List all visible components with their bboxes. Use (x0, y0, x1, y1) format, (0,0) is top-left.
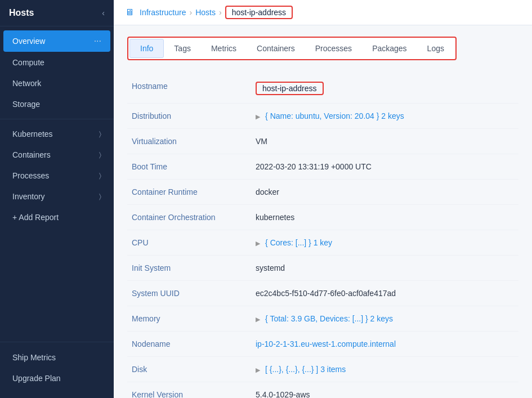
sidebar-item-label: Overview (12, 37, 45, 46)
add-report-button[interactable]: + Add Report (3, 207, 110, 227)
sidebar-nav: Overview ··· Compute Network Storage Kub… (0, 26, 114, 342)
sidebar-item-storage[interactable]: Storage (3, 94, 110, 114)
infrastructure-icon: 🖥 (125, 7, 134, 17)
table-row: Distribution▶ { Name: ubuntu, Version: 2… (127, 104, 518, 129)
expand-arrow-icon[interactable]: ▶ (256, 113, 262, 120)
breadcrumb: 🖥 Infrastructure › Hosts › host-ip-addre… (125, 6, 293, 19)
row-label: Container Runtime (127, 180, 251, 205)
tab-logs[interactable]: Logs (417, 39, 454, 57)
row-value: host-ip-address (251, 74, 518, 104)
row-label: System UUID (127, 281, 251, 306)
sidebar-header: Hosts ‹ (0, 0, 114, 26)
add-report-label: + Add Report (12, 213, 59, 222)
row-label: Disk (127, 357, 251, 382)
row-label: Hostname (127, 74, 251, 104)
chevron-right-icon: 〉 (99, 151, 101, 159)
sidebar-item-label: Storage (12, 100, 40, 109)
row-value: 2022-03-20 13:31:19 +0000 UTC (251, 154, 518, 180)
sidebar-item-label: Kubernetes (12, 129, 53, 138)
sidebar-item-dots-icon[interactable]: ··· (94, 36, 101, 46)
chevron-right-icon: 〉 (99, 130, 101, 138)
row-value: kubernetes (251, 205, 518, 230)
row-label: Memory (127, 306, 251, 332)
tab-info[interactable]: Info (129, 39, 164, 58)
sidebar-item-label: Containers (12, 150, 51, 159)
sidebar-item-label: Network (12, 79, 41, 88)
breadcrumb-separator-2: › (219, 8, 222, 17)
sidebar-item-upgrade-plan[interactable]: Upgrade Plan (3, 368, 110, 388)
row-value[interactable]: ▶ { Cores: [...] } 1 key (251, 230, 518, 256)
table-row: CPU▶ { Cores: [...] } 1 key (127, 230, 518, 256)
row-value: 5.4.0-1029-aws (251, 382, 518, 399)
row-label: Container Orchestration (127, 205, 251, 230)
row-object-value: { Cores: [...] } 1 key (265, 238, 332, 247)
table-row: Nodenameip-10-2-1-31.eu-west-1.compute.i… (127, 332, 518, 357)
chevron-right-icon: 〉 (99, 193, 101, 200)
row-label: Virtualization (127, 129, 251, 154)
expand-arrow-icon[interactable]: ▶ (256, 240, 262, 247)
sidebar: Hosts ‹ Overview ··· Compute Network Sto… (0, 0, 114, 398)
expand-arrow-icon[interactable]: ▶ (256, 366, 262, 373)
row-link-value[interactable]: ip-10-2-1-31.eu-west-1.compute.internal (256, 339, 396, 348)
sidebar-collapse-icon[interactable]: ‹ (102, 8, 105, 17)
hostname-badge: host-ip-address (256, 82, 324, 95)
row-value: systemd (251, 256, 518, 281)
sidebar-item-overview[interactable]: Overview ··· (3, 30, 110, 52)
table-row: System UUIDec2c4bc5-f510-4d77-6fe0-acf0a… (127, 281, 518, 306)
chevron-right-icon: 〉 (99, 172, 101, 180)
table-row: Memory▶ { Total: 3.9 GB, Devices: [...] … (127, 306, 518, 332)
tab-processes[interactable]: Processes (305, 39, 362, 57)
tab-tags[interactable]: Tags (164, 39, 201, 57)
sidebar-item-processes[interactable]: Processes 〉 (3, 166, 110, 186)
tab-metrics[interactable]: Metrics (201, 39, 247, 57)
breadcrumb-hosts[interactable]: Hosts (195, 8, 216, 17)
row-value[interactable]: ▶ { Name: ubuntu, Version: 20.04 } 2 key… (251, 104, 518, 129)
sidebar-item-kubernetes[interactable]: Kubernetes 〉 (3, 124, 110, 144)
row-label: Kernel Version (127, 382, 251, 399)
tabs-container: Info Tags Metrics Containers Processes P… (127, 37, 457, 60)
row-object-value: [ {...}, {...}, {...} ] 3 items (265, 365, 346, 374)
sidebar-item-containers[interactable]: Containers 〉 (3, 145, 110, 165)
breadcrumb-separator: › (189, 8, 192, 17)
row-label: Init System (127, 256, 251, 281)
table-row: Hostnamehost-ip-address (127, 74, 518, 104)
sidebar-item-inventory[interactable]: Inventory 〉 (3, 186, 110, 207)
sidebar-item-label: Compute (12, 58, 44, 67)
main-content: 🖥 Infrastructure › Hosts › host-ip-addre… (114, 0, 532, 398)
row-value: VM (251, 129, 518, 154)
row-label: Boot Time (127, 154, 251, 180)
table-row: Disk▶ [ {...}, {...}, {...} ] 3 items (127, 357, 518, 382)
tab-containers[interactable]: Containers (247, 39, 305, 57)
row-label: CPU (127, 230, 251, 256)
row-value[interactable]: ip-10-2-1-31.eu-west-1.compute.internal (251, 332, 518, 357)
row-label: Distribution (127, 104, 251, 129)
sidebar-bottom: Ship Metrics Upgrade Plan (0, 342, 114, 398)
sidebar-item-ship-metrics[interactable]: Ship Metrics (3, 347, 110, 368)
expand-arrow-icon[interactable]: ▶ (256, 316, 262, 323)
ship-metrics-label: Ship Metrics (12, 353, 56, 362)
table-row: Boot Time2022-03-20 13:31:19 +0000 UTC (127, 154, 518, 180)
row-value[interactable]: ▶ { Total: 3.9 GB, Devices: [...] } 2 ke… (251, 306, 518, 332)
info-table: Hostnamehost-ip-addressDistribution▶ { N… (127, 74, 518, 398)
row-object-value: { Total: 3.9 GB, Devices: [...] } 2 keys (265, 314, 393, 323)
breadcrumb-infrastructure[interactable]: Infrastructure (140, 8, 186, 17)
row-value[interactable]: ▶ [ {...}, {...}, {...} ] 3 items (251, 357, 518, 382)
upgrade-plan-label: Upgrade Plan (12, 374, 61, 383)
sidebar-title: Hosts (9, 8, 34, 18)
tab-packages[interactable]: Packages (362, 39, 417, 57)
topbar: 🖥 Infrastructure › Hosts › host-ip-addre… (114, 0, 532, 25)
content-area: Info Tags Metrics Containers Processes P… (114, 25, 532, 398)
sidebar-item-network[interactable]: Network (3, 73, 110, 93)
sidebar-item-label: Inventory (12, 192, 45, 201)
table-row: VirtualizationVM (127, 129, 518, 154)
sidebar-item-label: Processes (12, 171, 49, 180)
row-value: docker (251, 180, 518, 205)
table-row: Container Runtimedocker (127, 180, 518, 205)
breadcrumb-current-host: host-ip-address (225, 6, 293, 19)
table-row: Init Systemsystemd (127, 256, 518, 281)
row-value: ec2c4bc5-f510-4d77-6fe0-acf0afe417ad (251, 281, 518, 306)
sidebar-divider (0, 119, 114, 119)
table-row: Kernel Version5.4.0-1029-aws (127, 382, 518, 399)
sidebar-item-compute[interactable]: Compute (3, 52, 110, 73)
row-object-value: { Name: ubuntu, Version: 20.04 } 2 keys (265, 111, 404, 120)
